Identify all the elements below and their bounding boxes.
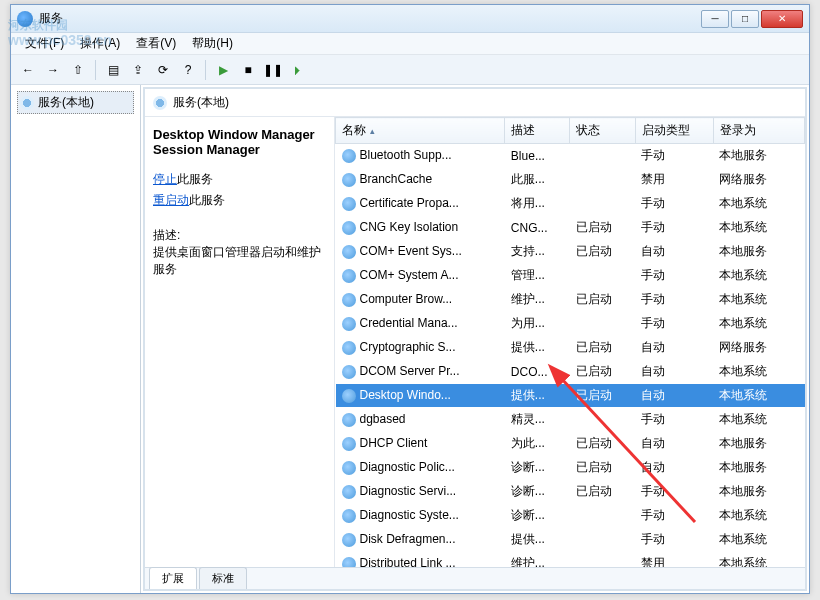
up-button[interactable]: ⇧: [67, 59, 89, 81]
gear-icon: [20, 96, 34, 110]
refresh-icon: ⟳: [158, 63, 168, 77]
restart-service-button[interactable]: ⏵: [287, 59, 309, 81]
export-icon: ⇪: [133, 63, 143, 77]
service-icon: [342, 197, 356, 211]
table-row[interactable]: Cryptographic S...提供...已启动自动网络服务: [336, 336, 805, 360]
window-title: 服务: [39, 10, 701, 27]
service-icon: [342, 509, 356, 523]
refresh-button[interactable]: ⟳: [152, 59, 174, 81]
table-row[interactable]: DCOM Server Pr...DCO...已启动自动本地系统: [336, 360, 805, 384]
right-pane: 服务(本地) Desktop Window Manager Session Ma…: [143, 87, 807, 591]
desc-text: 提供桌面窗口管理器启动和维护服务: [153, 244, 326, 278]
table-row[interactable]: Diagnostic Servi...诊断...已启动手动本地服务: [336, 480, 805, 504]
tree-pane: 服务(本地): [11, 85, 141, 593]
table-row[interactable]: CNG Key IsolationCNG...已启动手动本地系统: [336, 216, 805, 240]
forward-icon: →: [47, 63, 59, 77]
stop-service-button[interactable]: ■: [237, 59, 259, 81]
stop-icon: ■: [244, 63, 251, 77]
service-icon: [342, 557, 356, 567]
service-icon: [342, 461, 356, 475]
col-status[interactable]: 状态: [570, 118, 635, 144]
menu-file[interactable]: 文件(F): [17, 33, 72, 54]
toolbar-separator: [205, 60, 206, 80]
close-button[interactable]: ✕: [761, 10, 803, 28]
table-row[interactable]: COM+ System A...管理...手动本地系统: [336, 264, 805, 288]
export-button[interactable]: ⇪: [127, 59, 149, 81]
menu-help[interactable]: 帮助(H): [184, 33, 241, 54]
detail-pane: Desktop Window Manager Session Manager 停…: [145, 117, 335, 567]
menubar: 文件(F) 操作(A) 查看(V) 帮助(H): [11, 33, 809, 55]
table-row[interactable]: Diagnostic Syste...诊断...手动本地系统: [336, 504, 805, 528]
stop-link[interactable]: 停止: [153, 172, 177, 186]
app-icon: [17, 11, 33, 27]
tab-standard[interactable]: 标准: [199, 567, 247, 589]
pause-service-button[interactable]: ❚❚: [262, 59, 284, 81]
panel-header: 服务(本地): [145, 89, 805, 117]
pause-icon: ❚❚: [263, 63, 283, 77]
restart-link[interactable]: 重启动: [153, 193, 189, 207]
service-icon: [342, 293, 356, 307]
desc-label: 描述:: [153, 227, 326, 244]
panel-title: 服务(本地): [173, 94, 229, 111]
table-row[interactable]: Disk Defragmen...提供...手动本地系统: [336, 528, 805, 552]
col-desc[interactable]: 描述: [505, 118, 570, 144]
maximize-button[interactable]: □: [731, 10, 759, 28]
service-icon: [342, 341, 356, 355]
service-icon: [342, 365, 356, 379]
selected-service-name: Desktop Window Manager Session Manager: [153, 127, 326, 157]
service-icon: [342, 413, 356, 427]
view-tabs: 扩展 标准: [145, 567, 805, 589]
service-icon: [342, 437, 356, 451]
service-icon: [342, 533, 356, 547]
service-list[interactable]: 名称 描述 状态 启动类型 登录为 Bluetooth Supp...Blue.…: [335, 117, 805, 567]
service-icon: [342, 245, 356, 259]
tree-label: 服务(本地): [38, 94, 94, 111]
table-row[interactable]: DHCP Client为此...已启动自动本地服务: [336, 432, 805, 456]
help-icon: ?: [185, 63, 192, 77]
table-row[interactable]: Credential Mana...为用...手动本地系统: [336, 312, 805, 336]
table-row[interactable]: Certificate Propa...将用...手动本地系统: [336, 192, 805, 216]
properties-button[interactable]: ▤: [102, 59, 124, 81]
gear-icon: [153, 96, 167, 110]
table-row[interactable]: Distributed Link ...维护...禁用本地系统: [336, 552, 805, 568]
service-icon: [342, 317, 356, 331]
menu-action[interactable]: 操作(A): [72, 33, 128, 54]
service-icon: [342, 389, 356, 403]
col-name[interactable]: 名称: [336, 118, 505, 144]
back-button[interactable]: ←: [17, 59, 39, 81]
service-icon: [342, 269, 356, 283]
table-row[interactable]: dgbased精灵...手动本地系统: [336, 408, 805, 432]
col-logon[interactable]: 登录为: [713, 118, 804, 144]
table-row[interactable]: Computer Brow...维护...已启动手动本地系统: [336, 288, 805, 312]
col-startup[interactable]: 启动类型: [635, 118, 713, 144]
service-icon: [342, 149, 356, 163]
tree-root-services[interactable]: 服务(本地): [17, 91, 134, 114]
properties-icon: ▤: [108, 63, 119, 77]
table-row[interactable]: Desktop Windo...提供...已启动自动本地系统: [336, 384, 805, 408]
play-icon: ▶: [219, 63, 228, 77]
back-icon: ←: [22, 63, 34, 77]
service-icon: [342, 221, 356, 235]
service-icon: [342, 173, 356, 187]
tab-extended[interactable]: 扩展: [149, 567, 197, 589]
services-window: 服务 ─ □ ✕ 文件(F) 操作(A) 查看(V) 帮助(H) ← → ⇧ ▤…: [10, 4, 810, 594]
forward-button[interactable]: →: [42, 59, 64, 81]
minimize-button[interactable]: ─: [701, 10, 729, 28]
menu-view[interactable]: 查看(V): [128, 33, 184, 54]
toolbar: ← → ⇧ ▤ ⇪ ⟳ ? ▶ ■ ❚❚ ⏵: [11, 55, 809, 85]
service-icon: [342, 485, 356, 499]
toolbar-separator: [95, 60, 96, 80]
table-row[interactable]: Diagnostic Polic...诊断...已启动自动本地服务: [336, 456, 805, 480]
start-service-button[interactable]: ▶: [212, 59, 234, 81]
up-icon: ⇧: [73, 63, 83, 77]
help-button[interactable]: ?: [177, 59, 199, 81]
restart-icon: ⏵: [292, 63, 304, 77]
titlebar[interactable]: 服务 ─ □ ✕: [11, 5, 809, 33]
table-row[interactable]: BranchCache此服...禁用网络服务: [336, 168, 805, 192]
table-row[interactable]: COM+ Event Sys...支持...已启动自动本地服务: [336, 240, 805, 264]
table-row[interactable]: Bluetooth Supp...Blue...手动本地服务: [336, 144, 805, 168]
